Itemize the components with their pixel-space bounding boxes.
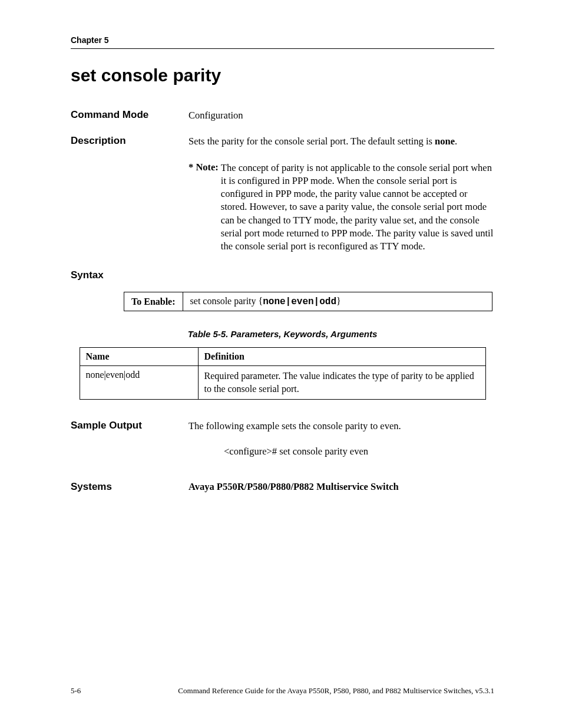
description-text: Sets the parity for the console serial p… [189, 135, 494, 148]
syntax-cmd-c: } [336, 296, 341, 306]
sample-cmd-text: set console parity even [279, 446, 368, 457]
description-part-a: Sets the parity for the console serial p… [189, 136, 435, 147]
table-row: none|even|odd Required parameter. The va… [80, 366, 485, 399]
syntax-cmd-a: set console parity { [190, 296, 263, 306]
syntax-label: Syntax [71, 269, 494, 281]
syntax-row-label: To Enable: [124, 292, 183, 311]
sample-cmd-prompt: <configure># [224, 446, 279, 457]
page-footer: 5-6 Command Reference Guide for the Avay… [71, 686, 494, 696]
sample-output-label: Sample Output [71, 420, 189, 431]
table-header-row: Name Definition [80, 348, 485, 366]
syntax-command: set console parity {none|even|odd} [183, 292, 492, 311]
description-part-b: none [435, 136, 455, 147]
description-part-c: . [455, 136, 457, 147]
footer-text: Command Reference Guide for the Avaya P5… [116, 686, 494, 696]
description-row: Description Sets the parity for the cons… [71, 135, 494, 148]
command-mode-label: Command Mode [71, 109, 189, 121]
param-table: Name Definition none|even|odd Required p… [80, 347, 486, 399]
note-block: * Note: The concept of parity is not app… [189, 162, 494, 253]
systems-row: Systems Avaya P550R/P580/P880/P882 Multi… [71, 481, 494, 493]
param-header-name: Name [80, 348, 198, 366]
page-number: 5-6 [71, 686, 81, 696]
chapter-header: Chapter 5 [71, 35, 494, 49]
param-table-caption: Table 5-5. Parameters, Keywords, Argumen… [100, 329, 465, 339]
param-name: none|even|odd [80, 366, 198, 399]
note-label: * Note: [189, 162, 219, 253]
command-mode-row: Command Mode Configuration [71, 109, 494, 122]
document-page: Chapter 5 set console parity Command Mod… [0, 0, 562, 728]
description-label: Description [71, 135, 189, 147]
param-header-definition: Definition [198, 348, 485, 366]
systems-label: Systems [71, 481, 189, 493]
page-title: set console parity [71, 65, 494, 85]
systems-value: Avaya P550R/P580/P880/P882 Multiservice … [189, 481, 399, 493]
sample-output-row: Sample Output The following example sets… [71, 420, 494, 433]
sample-output-cmd: <configure># set console parity even [224, 446, 494, 457]
note-text: The concept of parity is not applicable … [221, 162, 494, 253]
syntax-table: To Enable: set console parity {none|even… [124, 292, 492, 311]
syntax-cmd-b: none|even|odd [263, 297, 336, 307]
sample-output-text: The following example sets the console p… [189, 420, 494, 433]
param-definition: Required parameter. The value indicates … [198, 366, 485, 399]
command-mode-value: Configuration [189, 109, 494, 122]
